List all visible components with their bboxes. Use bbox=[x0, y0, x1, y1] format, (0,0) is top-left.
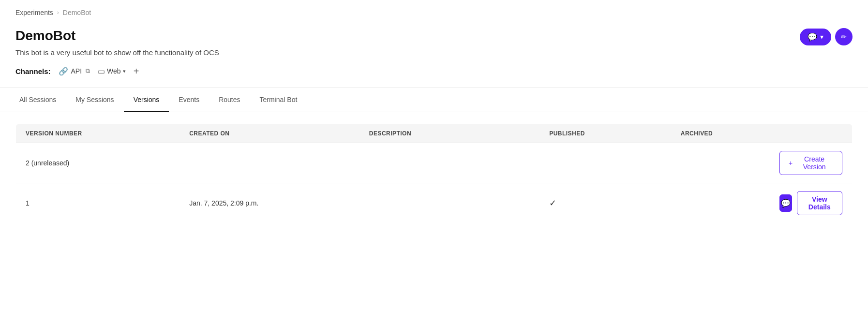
row1-version-number: 2 (unreleased) bbox=[16, 143, 180, 183]
table-row: 1 Jan. 7, 2025, 2:09 p.m. ✓ 💬 View Detai… bbox=[16, 183, 853, 223]
col-header-created-on: CREATED ON bbox=[180, 124, 359, 143]
channel-api[interactable]: 🔗 API ⧉ bbox=[59, 67, 90, 76]
chat-icon: 💬 bbox=[781, 199, 791, 208]
header-top: DemoBot This bot is a very useful bot to… bbox=[15, 28, 853, 76]
col-header-archived: ARCHIVED bbox=[671, 124, 770, 143]
channel-web-label: Web bbox=[107, 67, 121, 75]
channels-row: Channels: 🔗 API ⧉ ▭ Web ▾ + bbox=[15, 66, 219, 76]
row1-description bbox=[359, 143, 539, 183]
chat-button[interactable]: 💬 ▾ bbox=[800, 29, 831, 45]
row2-action-buttons: 💬 View Details bbox=[779, 191, 842, 215]
breadcrumb-parent-link[interactable]: Experiments bbox=[15, 9, 53, 16]
table-body: 2 (unreleased) + Create Version 1 bbox=[16, 143, 853, 223]
row1-created-on bbox=[180, 143, 359, 183]
create-version-button[interactable]: + Create Version bbox=[779, 151, 842, 175]
row1-actions: + Create Version bbox=[770, 143, 852, 183]
view-details-label: View Details bbox=[808, 195, 831, 211]
table-row: 2 (unreleased) + Create Version bbox=[16, 143, 853, 183]
breadcrumb-separator: › bbox=[57, 9, 59, 16]
breadcrumb-current: DemoBot bbox=[63, 9, 91, 16]
row2-published: ✓ bbox=[539, 183, 671, 223]
view-details-button[interactable]: View Details bbox=[797, 191, 842, 215]
create-version-label: Create Version bbox=[795, 155, 833, 171]
row1-published bbox=[539, 143, 671, 183]
add-channel-button[interactable]: + bbox=[134, 66, 139, 76]
col-header-description: DESCRIPTION bbox=[359, 124, 539, 143]
tab-my-sessions[interactable]: My Sessions bbox=[66, 88, 123, 112]
row2-actions: 💬 View Details bbox=[770, 183, 852, 223]
plus-icon: + bbox=[789, 159, 793, 167]
chat-dropdown-icon: ▾ bbox=[820, 33, 823, 41]
row2-created-on: Jan. 7, 2025, 2:09 p.m. bbox=[180, 183, 359, 223]
tab-events[interactable]: Events bbox=[169, 88, 209, 112]
table-section: VERSION NUMBER CREATED ON DESCRIPTION PU… bbox=[0, 112, 868, 235]
tabs-section: All Sessions My Sessions Versions Events… bbox=[0, 88, 868, 112]
row2-version-number: 1 bbox=[16, 183, 180, 223]
link-icon: 🔗 bbox=[59, 67, 68, 76]
edit-button[interactable]: ✏ bbox=[835, 28, 853, 45]
header-actions: 💬 ▾ ✏ bbox=[800, 28, 853, 45]
tab-terminal-bot[interactable]: Terminal Bot bbox=[250, 88, 307, 112]
row1-action-buttons: + Create Version bbox=[779, 151, 842, 175]
channel-api-label: API bbox=[71, 67, 82, 75]
chevron-down-icon: ▾ bbox=[123, 68, 126, 74]
row2-chat-button[interactable]: 💬 bbox=[779, 194, 792, 212]
channel-web[interactable]: ▭ Web ▾ bbox=[98, 67, 126, 76]
web-icon: ▭ bbox=[98, 67, 105, 76]
tab-versions[interactable]: Versions bbox=[124, 88, 169, 112]
col-header-published: PUBLISHED bbox=[539, 124, 671, 143]
header-left: DemoBot This bot is a very useful bot to… bbox=[15, 28, 219, 76]
row1-archived bbox=[671, 143, 770, 183]
pencil-icon: ✏ bbox=[841, 33, 847, 41]
row2-description bbox=[359, 183, 539, 223]
breadcrumb: Experiments › DemoBot bbox=[0, 0, 868, 22]
col-header-actions bbox=[770, 124, 852, 143]
header-section: DemoBot This bot is a very useful bot to… bbox=[0, 22, 868, 88]
copy-icon[interactable]: ⧉ bbox=[86, 67, 90, 75]
channels-label: Channels: bbox=[15, 67, 51, 75]
tab-routes[interactable]: Routes bbox=[209, 88, 250, 112]
published-checkmark: ✓ bbox=[549, 198, 556, 208]
col-header-version-number: VERSION NUMBER bbox=[16, 124, 180, 143]
chat-bubble-icon: 💬 bbox=[808, 32, 817, 42]
bot-title: DemoBot bbox=[15, 28, 219, 44]
row2-archived bbox=[671, 183, 770, 223]
bot-description: This bot is a very useful bot to show of… bbox=[15, 48, 219, 57]
versions-table: VERSION NUMBER CREATED ON DESCRIPTION PU… bbox=[15, 124, 853, 223]
table-header: VERSION NUMBER CREATED ON DESCRIPTION PU… bbox=[16, 124, 853, 143]
tab-all-sessions[interactable]: All Sessions bbox=[15, 88, 66, 112]
